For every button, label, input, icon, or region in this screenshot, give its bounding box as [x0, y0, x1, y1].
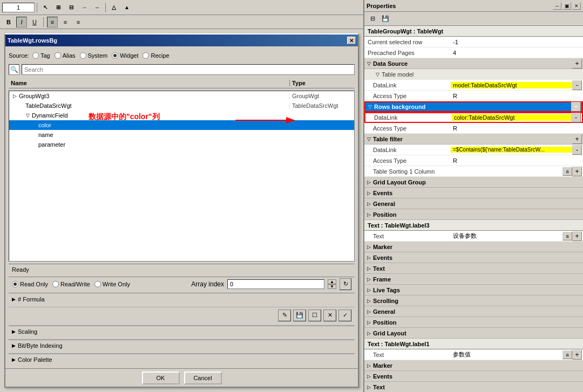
- underline-btn[interactable]: U: [29, 17, 40, 27]
- text1b-header[interactable]: ▷ Text: [364, 382, 583, 392]
- search-icon: 🔍: [9, 64, 19, 75]
- radio-writeonly[interactable]: Write Only: [94, 281, 130, 287]
- tree-item-dynamicfield[interactable]: ▽ DynamicField: [9, 111, 354, 120]
- text3-a-btn[interactable]: a: [562, 232, 572, 240]
- tri2-btn[interactable]: ▲: [121, 2, 133, 13]
- table-sorting-plus-btn[interactable]: +: [572, 167, 582, 176]
- frame3-label: Frame: [373, 276, 583, 283]
- general3-header[interactable]: ▷ General: [364, 306, 583, 317]
- array-index-input[interactable]: 0: [227, 279, 324, 289]
- dialog-close-button[interactable]: ✕: [347, 37, 356, 44]
- radio-readwrite[interactable]: Read/Write: [52, 281, 90, 287]
- tree-item-parameter[interactable]: parameter: [9, 140, 354, 149]
- tree-item-groupwgt3[interactable]: ▷ GroupWgt3 GroupWgt: [9, 91, 354, 101]
- grid-layout-group-header[interactable]: ▷ Grid Layout Group: [364, 177, 583, 188]
- formula-label: # Formula: [18, 296, 45, 302]
- grid-btn[interactable]: ⊞: [52, 2, 64, 13]
- text3-plus-btn[interactable]: +: [572, 231, 582, 241]
- prop-precached-pages: Precached Pages 4: [364, 47, 583, 58]
- events-group-header[interactable]: ▷ Events: [364, 188, 583, 198]
- livetags3-header[interactable]: ▷ Live Tags: [364, 285, 583, 295]
- props-minimize-btn[interactable]: ─: [553, 2, 561, 10]
- tree-name-parameter: parameter: [37, 141, 289, 148]
- general-group-header[interactable]: ▷ General: [364, 198, 583, 209]
- radio-widget[interactable]: Widget: [112, 52, 138, 59]
- gridlayout3-arrow-icon: ▷: [364, 331, 373, 336]
- italic-btn[interactable]: I: [16, 17, 27, 27]
- rows-bg-plus-btn[interactable]: +: [571, 102, 581, 112]
- radio-readonly[interactable]: Read Only: [12, 281, 48, 287]
- arrow-right-btn[interactable]: →: [78, 2, 90, 13]
- events-arrow-icon: ▷: [364, 190, 373, 196]
- toolbar-input[interactable]: 1: [2, 3, 35, 12]
- position-group-header[interactable]: ▷ Position: [364, 209, 583, 220]
- datalink1-minus-btn[interactable]: -: [572, 80, 582, 90]
- refresh-btn[interactable]: ↻: [340, 278, 351, 290]
- table-filter-plus-btn[interactable]: +: [572, 134, 582, 144]
- fml-save-btn[interactable]: 💾: [293, 310, 306, 321]
- props-tb-btn1[interactable]: ⊟: [367, 13, 378, 24]
- table-sorting-a-btn[interactable]: a: [562, 167, 572, 176]
- scaling-arrow-icon: ▶: [12, 329, 16, 334]
- datalink1-label: DataLink: [373, 82, 451, 88]
- radio-recipe[interactable]: Recipe: [143, 52, 169, 59]
- spin-up-btn[interactable]: ▲: [328, 279, 336, 284]
- search-input[interactable]: [22, 64, 355, 75]
- spin-down-btn[interactable]: ▼: [328, 284, 336, 289]
- radio-tag[interactable]: Tag: [32, 52, 50, 59]
- text1-a-btn[interactable]: a: [562, 350, 572, 359]
- text3b-arrow-icon: ▷: [364, 266, 373, 271]
- datasource-group-header[interactable]: ▽ Data Source +: [364, 58, 583, 69]
- align-center-btn[interactable]: ≡: [60, 17, 71, 27]
- tri-btn[interactable]: △: [108, 2, 120, 13]
- radio-recipe-circle: [143, 52, 149, 59]
- text3-value: 设备参数: [451, 232, 562, 240]
- text3b-header[interactable]: ▷ Text: [364, 263, 583, 274]
- frame3-header[interactable]: ▷ Frame: [364, 274, 583, 285]
- datalink2-minus-btn[interactable]: -: [571, 113, 581, 122]
- expand-dynamicfield[interactable]: ▽: [24, 112, 31, 119]
- marker3-header[interactable]: ▷ Marker: [364, 242, 583, 252]
- align-h-btn[interactable]: ⊟: [65, 2, 77, 13]
- events1-header[interactable]: ▷ Events: [364, 371, 583, 382]
- datalink3-minus-btn[interactable]: -: [572, 145, 582, 155]
- properties-panel: Properties ─ ▣ ✕ ⊟ 💾 TableGroupWgt : Tab…: [364, 0, 583, 392]
- livetags3-label: Live Tags: [373, 287, 583, 293]
- move-btn[interactable]: ↔: [91, 2, 103, 13]
- props-close-btn[interactable]: ✕: [572, 2, 581, 10]
- events3-header[interactable]: ▷ Events: [364, 252, 583, 263]
- formula-section: ▶ # Formula: [9, 293, 355, 305]
- datasource-plus-btn[interactable]: +: [572, 59, 582, 68]
- tree-item-tabledatasrc[interactable]: TableDataSrcWgt TableDataSrcWgt: [9, 101, 354, 111]
- bold-btn[interactable]: B: [3, 17, 14, 27]
- text1-plus-btn[interactable]: +: [572, 350, 582, 360]
- position3-header[interactable]: ▷ Position: [364, 317, 583, 328]
- radio-system[interactable]: System: [80, 52, 108, 59]
- marker1-header[interactable]: ▷ Marker: [364, 360, 583, 371]
- ok-button[interactable]: OK: [142, 372, 180, 384]
- arrow-btn[interactable]: ↖: [39, 2, 51, 13]
- radio-alias[interactable]: Alias: [55, 52, 76, 59]
- table-filter-header[interactable]: ▽ Table filter +: [364, 134, 583, 145]
- tree-item-color[interactable]: color: [9, 120, 354, 130]
- scrolling3-header[interactable]: ▷ Scrolling: [364, 295, 583, 306]
- cancel-button[interactable]: Cancel: [184, 372, 222, 384]
- datalink3-row: DataLink =$Contains(${'name:TableDataSrc…: [364, 145, 583, 155]
- rows-bg-group-header[interactable]: ▽ Rows background +: [364, 101, 583, 112]
- fml-delete-btn[interactable]: ✕: [323, 310, 336, 321]
- tree-item-name[interactable]: name: [9, 130, 354, 140]
- properties-controls: ─ ▣ ✕: [553, 2, 581, 10]
- fml-check-btn[interactable]: ✓: [338, 310, 351, 321]
- properties-content: Current selected row -1 Precached Pages …: [364, 37, 583, 392]
- fml-clear-btn[interactable]: ☐: [308, 310, 321, 321]
- fml-edit-btn[interactable]: ✎: [278, 310, 291, 321]
- tree-area[interactable]: ▷ GroupWgt3 GroupWgt TableDataSrcWgt Tab…: [9, 91, 355, 262]
- gridlayout3-header[interactable]: ▷ Grid Layout: [364, 328, 583, 339]
- align-left-btn[interactable]: ≡: [47, 17, 58, 27]
- props-restore-btn[interactable]: ▣: [562, 2, 571, 10]
- general3-label: General: [373, 308, 583, 315]
- expand-groupwgt3[interactable]: ▷: [11, 93, 18, 99]
- expand-tabledatasrc[interactable]: [18, 102, 24, 109]
- props-tb-btn2[interactable]: 💾: [379, 13, 391, 24]
- align-right-btn[interactable]: ≡: [73, 17, 84, 27]
